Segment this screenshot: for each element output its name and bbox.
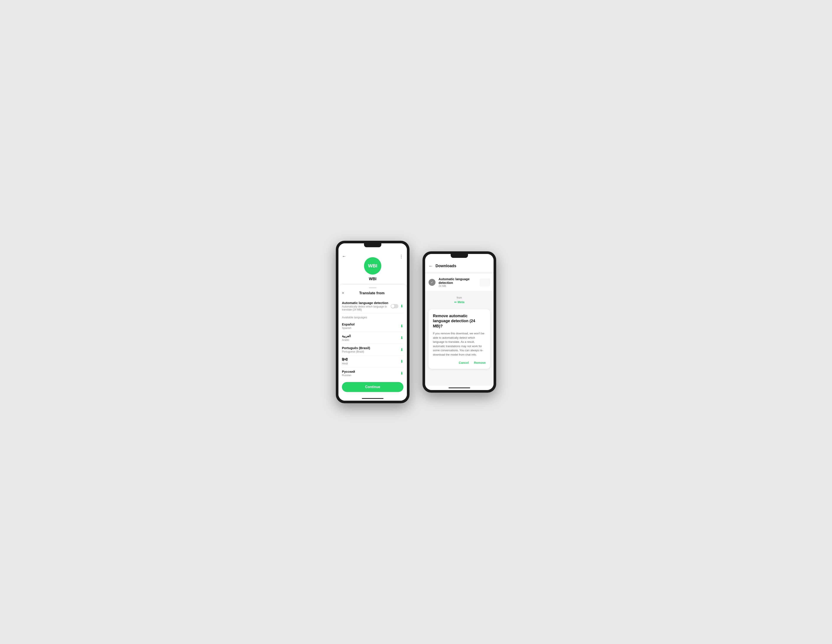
close-button[interactable]: × (342, 291, 344, 295)
sheet-drag-indicator (369, 287, 376, 288)
auto-detect-sub: Automatically detect which language to t… (342, 305, 390, 311)
remove-button[interactable]: Remove (474, 361, 486, 364)
language-item-russian[interactable]: Русский Russian ⬇ (342, 367, 403, 379)
continue-button[interactable]: Continue (342, 382, 403, 392)
phone1-screen: ← ⋮ WBI WBI × Translate from Automatic l… (338, 250, 407, 396)
language-item-spanish[interactable]: Español Spanish ⬇ (342, 320, 403, 332)
auto-detect-info: Automatic language detection Automatical… (342, 301, 390, 311)
download-icon-spanish[interactable]: ⬇ (400, 324, 403, 328)
phone2-screen: ← Downloads ✓ Automatic language detecti… (425, 260, 494, 386)
translate-sheet: × Translate from Automatic language dete… (338, 285, 407, 396)
language-item-portuguese[interactable]: Português (Brasil) Portuguese (Brazil) ⬇ (342, 344, 403, 356)
downloaded-item[interactable]: ✓ Automatic language detection 24 MB (425, 274, 494, 291)
download-icon-portuguese[interactable]: ⬇ (400, 348, 403, 352)
meta-infinity-icon: ∞ (454, 300, 456, 304)
language-item-hindi[interactable]: हिन्दी Hindi ⬇ (342, 356, 403, 367)
cancel-button[interactable]: Cancel (459, 361, 469, 364)
download-info: Automatic language detection 24 MB (438, 277, 477, 288)
toggle-container: ⬇ (390, 304, 403, 309)
home-indicator-1 (338, 396, 407, 400)
language-item-arabic[interactable]: العربية Arabic ⬇ (342, 332, 403, 344)
meta-logo: ∞ Meta (454, 300, 464, 304)
spanish-sub: Spanish (342, 327, 354, 330)
dialog-body: If you remove this download, we won't be… (433, 331, 486, 357)
phone-2: ← Downloads ✓ Automatic language detecti… (422, 252, 496, 392)
profile-name: WBI (369, 277, 376, 281)
phone-1: ← ⋮ WBI WBI × Translate from Automatic l… (336, 241, 410, 403)
download-icon-russian[interactable]: ⬇ (400, 371, 403, 376)
download-name: Automatic language detection (438, 277, 477, 285)
hindi-sub: Hindi (342, 362, 348, 365)
status-bar-1 (338, 244, 407, 250)
page-title: Downloads (435, 264, 456, 268)
arabic-info: العربية Arabic (342, 334, 351, 341)
sheet-title: Translate from (347, 291, 397, 295)
auto-detect-name: Automatic language detection (342, 301, 390, 305)
meta-name: Meta (458, 300, 464, 304)
camera-notch-2 (451, 254, 468, 258)
spanish-name: Español (342, 322, 354, 326)
home-indicator-2 (425, 386, 494, 390)
home-bar-1 (362, 398, 384, 399)
back-button-2[interactable]: ← (429, 263, 433, 269)
portuguese-sub: Portuguese (Brazil) (342, 350, 370, 353)
auto-detect-toggle[interactable] (390, 304, 398, 308)
from-label: from (457, 296, 462, 299)
download-icon-arabic[interactable]: ⬇ (400, 335, 403, 340)
download-size: 24 MB (438, 285, 477, 288)
portuguese-name: Português (Brasil) (342, 346, 370, 350)
home-bar-2 (448, 388, 470, 388)
dialog-actions: Cancel Remove (433, 361, 486, 364)
hindi-info: हिन्दी Hindi (342, 358, 348, 365)
russian-info: Русский Russian (342, 370, 355, 377)
back-button-1[interactable]: ← (342, 254, 346, 259)
auto-detect-item[interactable]: Automatic language detection Automatical… (342, 299, 403, 314)
avatar: WBI (364, 257, 381, 274)
hindi-name: हिन्दी (342, 358, 348, 362)
status-bar-2 (425, 254, 494, 260)
spanish-info: Español Spanish (342, 322, 354, 330)
available-languages-label: Available languages (342, 316, 403, 319)
dialog-title: Remove automatic language detection (24 … (433, 314, 486, 329)
russian-sub: Russian (342, 374, 355, 377)
camera-notch-1 (364, 244, 381, 247)
russian-name: Русский (342, 370, 355, 373)
check-icon: ✓ (429, 279, 435, 286)
download-icon-hindi[interactable]: ⬇ (400, 359, 403, 364)
from-meta-section: from ∞ Meta (425, 293, 494, 308)
downloads-header: ← Downloads (425, 260, 494, 272)
download-placeholder (480, 279, 490, 286)
portuguese-info: Português (Brasil) Portuguese (Brazil) (342, 346, 370, 353)
remove-dialog: Remove automatic language detection (24 … (429, 309, 490, 369)
arabic-name: العربية (342, 334, 351, 338)
download-icon-auto[interactable]: ⬇ (400, 304, 403, 309)
arabic-sub: Arabic (342, 338, 351, 341)
sheet-header: × Translate from (342, 291, 403, 295)
profile-section: ← ⋮ WBI WBI (338, 250, 407, 285)
more-button-1[interactable]: ⋮ (399, 254, 403, 259)
